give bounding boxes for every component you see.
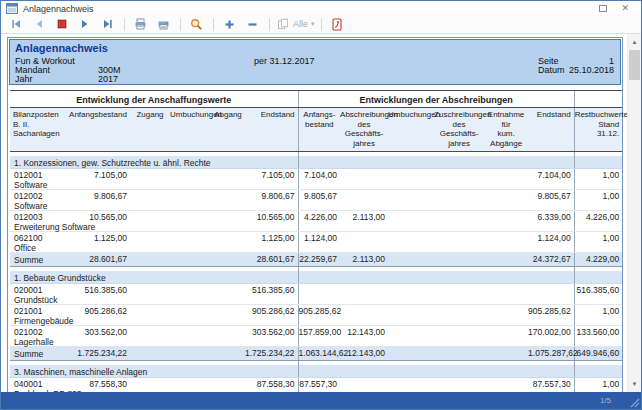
pages-select[interactable]: Alle ▾ (277, 18, 315, 30)
value-cell: 1.124,00 (298, 232, 340, 253)
vertical-scrollbar[interactable]: ▲ ▼ (627, 34, 641, 392)
value-cell (484, 326, 528, 347)
report-viewer: Anlagennachweis Fun & Workout per 31.12.… (1, 34, 641, 392)
group-header-row: Entwicklung der AnschaffungswerteEntwick… (10, 91, 622, 108)
report-header: Anlagennachweis Fun & Workout per 31.12.… (9, 39, 621, 85)
first-page-button[interactable] (7, 16, 24, 32)
pdf-export-button[interactable] (329, 16, 346, 32)
column-header: Umbuchungen (170, 108, 212, 152)
per-date: per 31.12.2017 (254, 57, 315, 66)
asset-subnumber (50, 190, 66, 211)
value-cell (388, 284, 434, 305)
scrollbar-thumb[interactable] (629, 50, 640, 80)
value-cell (212, 326, 244, 347)
print-dialog-button[interactable] (132, 16, 149, 32)
value-cell: 303.562,00 (244, 326, 298, 347)
column-header: Entnahme für kum. Abgänge (484, 108, 528, 152)
value-cell: 4.226,00 (298, 211, 340, 232)
print-button[interactable] (155, 16, 172, 32)
value-cell (434, 284, 484, 305)
column-header: Bilanzposten B. II. Sachanlagen (10, 108, 66, 152)
asset-code-and-name: 021002Lagerhalle (10, 326, 50, 347)
value-cell: 12.143,00 (340, 326, 388, 347)
value-cell (434, 211, 484, 232)
value-cell (434, 190, 484, 211)
value-cell (434, 232, 484, 253)
value-cell: 157.859,00 (298, 326, 340, 347)
sum-value-cell: 12.143,00 (340, 347, 388, 361)
report-page: Anlagennachweis Fun & Workout per 31.12.… (7, 37, 623, 392)
last-page-button[interactable] (99, 16, 116, 32)
value-cell (484, 169, 528, 190)
value-cell (340, 378, 388, 393)
scroll-down-button[interactable]: ▼ (628, 377, 641, 391)
column-header: Endstand (528, 108, 574, 152)
column-header: Restbuchwerte Stand 31.12. (574, 108, 622, 152)
toolbar-separator (213, 18, 214, 31)
group-header-acquisition: Entwicklung der Anschaffungswerte (10, 91, 298, 108)
value-cell (388, 326, 434, 347)
value-cell (388, 211, 434, 232)
jahr-value: 2017 (98, 75, 118, 84)
value-cell: 7.105,00 (66, 169, 130, 190)
stop-button[interactable] (53, 16, 70, 32)
sum-value-cell: 1.725.234,22 (66, 347, 130, 361)
column-header: Zuschreibungen des Geschäfts- jahres (434, 108, 484, 152)
sum-row: Summe1.725.234,221.725.234,221.063.144,6… (10, 347, 622, 361)
zoom-in-button[interactable] (221, 16, 238, 32)
scroll-up-button[interactable]: ▲ (628, 35, 641, 49)
pdf-icon (331, 18, 343, 31)
value-cell (484, 378, 528, 393)
titlebar: Anlagennachweis ✕ (1, 1, 641, 15)
column-header: Umbuchungen (388, 108, 434, 152)
section-title: 3. Maschinen, maschinelle Anlagen (10, 365, 298, 378)
sum-value-cell (484, 253, 528, 267)
resize-grip[interactable] (628, 396, 640, 408)
report-title: Anlagennachweis (15, 43, 108, 54)
column-header: Zugang (130, 108, 170, 152)
value-cell (484, 232, 528, 253)
value-cell (212, 211, 244, 232)
value-cell (484, 305, 528, 326)
value-cell (484, 284, 528, 305)
pages-icon (277, 18, 290, 30)
column-header: Endstand (244, 108, 298, 152)
value-cell (298, 284, 340, 305)
asset-subnumber (50, 232, 66, 253)
column-header: Abgang (212, 108, 244, 152)
toolbar-separator (321, 18, 322, 31)
column-header: Anfangs- bestand (298, 108, 340, 152)
close-button[interactable]: ✕ (621, 4, 629, 13)
asset-code-and-name: 020001Grundstück (10, 284, 50, 305)
page-indicator: 1/5 (600, 396, 611, 405)
value-cell (388, 190, 434, 211)
maximize-button[interactable] (599, 5, 607, 12)
sum-value-cell (170, 253, 212, 267)
sum-value-cell (130, 253, 170, 267)
previous-page-button[interactable] (30, 16, 47, 32)
zoom-button[interactable] (188, 16, 205, 32)
zoom-out-button[interactable] (244, 16, 261, 32)
sum-value-cell: 4.229,00 (574, 253, 622, 267)
value-cell: 9.806,67 (66, 190, 130, 211)
value-cell (212, 284, 244, 305)
value-cell (130, 305, 170, 326)
dropdown-arrow-icon: ▾ (311, 20, 315, 28)
asset-subnumber (50, 169, 66, 190)
print-icon (157, 18, 170, 30)
value-cell (170, 211, 212, 232)
sum-label: Summe (10, 253, 66, 267)
sum-value-cell (170, 347, 212, 361)
column-header: Anfangsbestand (66, 108, 130, 152)
value-cell (212, 169, 244, 190)
value-cell (130, 190, 170, 211)
toolbar-separator (180, 18, 181, 31)
next-page-button[interactable] (76, 16, 93, 32)
value-cell (340, 232, 388, 253)
value-cell: 9.805,67 (528, 190, 574, 211)
value-cell (434, 378, 484, 393)
value-cell: 1,00 (574, 305, 622, 326)
report-table: Entwicklung der AnschaffungswerteEntwick… (9, 90, 621, 392)
report-window-icon (6, 3, 18, 14)
value-cell (388, 305, 434, 326)
